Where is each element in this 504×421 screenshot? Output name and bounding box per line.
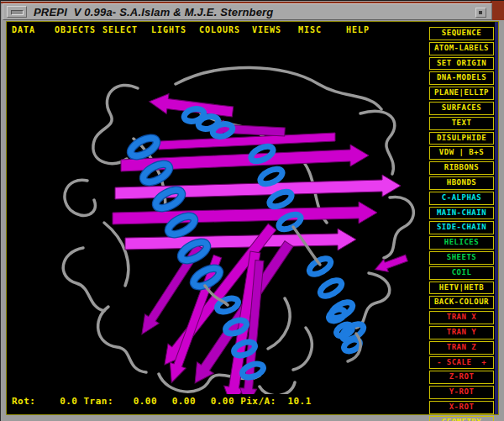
window-title: PREPI V 0.99a- S.A.Islam & M.J.E. Sternb… bbox=[34, 6, 274, 18]
menu-item-views[interactable]: VIEWS bbox=[252, 25, 281, 34]
menu-item-colours[interactable]: COLOURS bbox=[199, 25, 240, 34]
menu-item-data[interactable]: DATA bbox=[12, 25, 35, 34]
window-menu-button[interactable] bbox=[7, 6, 27, 18]
sidebar-button-atom-labels[interactable]: ATOM-LABELS bbox=[429, 42, 494, 55]
sidebar-button-disulphide[interactable]: DISULPHIDE bbox=[429, 132, 494, 145]
rot-label: Rot: bbox=[12, 396, 36, 409]
sidebar-button-c-alphas[interactable]: C-ALPHAS bbox=[429, 192, 494, 205]
sidebar-button-x-rot[interactable]: X-ROT bbox=[429, 401, 494, 414]
sidebar-button-text[interactable]: TEXT bbox=[429, 117, 494, 130]
menu-bar: DATAOBJECTSSELECTLIGHTSCOLOURSVIEWSMISCH… bbox=[7, 24, 427, 39]
sidebar-button-side-chain[interactable]: SIDE-CHAIN bbox=[429, 221, 494, 234]
sidebar-button-scale[interactable]: - SCALE + bbox=[429, 356, 494, 370]
prepi-window: PREPI V 0.99a- S.A.Islam & M.J.E. Sternb… bbox=[0, 0, 504, 421]
tran-y-value: 0.00 bbox=[157, 396, 196, 409]
sidebar-button-z-rot[interactable]: Z-ROT bbox=[429, 371, 494, 384]
maximize-button[interactable] bbox=[475, 8, 486, 18]
menu-item-lights[interactable]: LIGHTS bbox=[151, 25, 186, 34]
sidebar-button-vdw-b-s[interactable]: VDW | B+S bbox=[429, 146, 494, 160]
sidebar-button-tran-x[interactable]: TRAN X bbox=[429, 311, 494, 324]
sidebar-button-geometry[interactable]: GEOMETRY bbox=[429, 416, 494, 421]
sidebar-button-hetv-hetb[interactable]: HETV|HETB bbox=[429, 282, 494, 295]
sidebar-button-y-rot[interactable]: Y-ROT bbox=[429, 386, 494, 399]
sidebar-button-coil[interactable]: COIL bbox=[429, 266, 494, 280]
rot-value: 0.0 bbox=[36, 396, 78, 409]
molecule-viewport[interactable] bbox=[8, 38, 425, 394]
sidebar-button-tran-z[interactable]: TRAN Z bbox=[429, 341, 494, 355]
sidebar-button-ribbons[interactable]: RIBBONS bbox=[429, 161, 494, 175]
frame-corner-resize-handle[interactable] bbox=[491, 1, 504, 20]
maximize-square-icon bbox=[479, 11, 482, 14]
sidebar-button-back-colour[interactable]: BACK-COLOUR bbox=[429, 296, 494, 309]
sidebar-button-hbonds[interactable]: HBONDS bbox=[429, 176, 494, 190]
menu-item-misc[interactable]: MISC bbox=[298, 25, 322, 34]
sidebar-button-dna-models[interactable]: DNA-MODELS bbox=[429, 71, 494, 85]
right-inner-strip bbox=[495, 22, 498, 414]
protein-ribbon-render bbox=[8, 38, 425, 394]
menu-item-objects[interactable]: OBJECTS bbox=[55, 25, 96, 34]
tran-label: Tran: bbox=[84, 396, 114, 409]
sidebar-button-helices[interactable]: HELICES bbox=[429, 236, 494, 250]
sidebar-button-plane-ellip[interactable]: PLANE|ELLIP bbox=[429, 87, 494, 100]
pix-per-angstrom-value: 10.1 bbox=[276, 396, 312, 409]
sidebar-button-sheets[interactable]: SHEETS bbox=[429, 251, 494, 265]
window-menu-dash-icon bbox=[11, 10, 24, 15]
sidebar-button-tran-y[interactable]: TRAN Y bbox=[429, 326, 494, 339]
tran-z-value: 0.00 bbox=[196, 396, 234, 409]
menu-item-help[interactable]: HELP bbox=[346, 25, 370, 34]
tran-x-value: 0.00 bbox=[113, 396, 157, 409]
client-area: DATAOBJECTSSELECTLIGHTSCOLOURSVIEWSMISCH… bbox=[6, 21, 499, 415]
menu-item-select[interactable]: SELECT bbox=[102, 25, 138, 34]
sidebar-button-main-chain[interactable]: MAIN-CHAIN bbox=[429, 207, 494, 220]
sidebar-button-sequence[interactable]: SEQUENCE bbox=[429, 27, 494, 40]
titlebar[interactable]: PREPI V 0.99a- S.A.Islam & M.J.E. Sternb… bbox=[3, 3, 492, 20]
sidebar-button-set-origin[interactable]: SET ORIGIN bbox=[429, 57, 494, 71]
status-bar: Rot: 0.0 Tran: 0.00 0.00 0.00 Pix/A: 10.… bbox=[12, 396, 312, 409]
pix-per-angstrom-label: Pix/A: bbox=[240, 396, 276, 409]
sidebar-button-surfaces[interactable]: SURFACES bbox=[429, 102, 494, 115]
sidebar-button-panel: SEQUENCEATOM-LABELSSET ORIGINDNA-MODELSP… bbox=[429, 27, 494, 421]
